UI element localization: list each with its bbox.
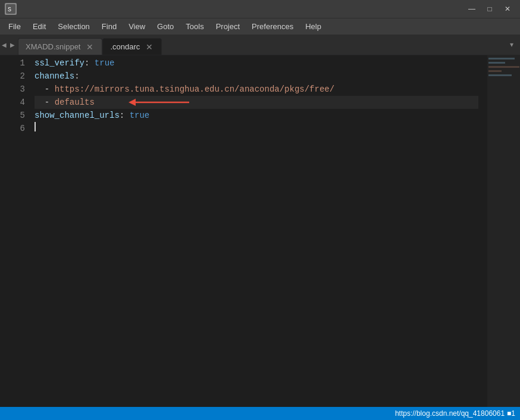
gutter-dot-5 (0, 108, 4, 121)
code-line-5: show_channel_urls: true (35, 109, 478, 122)
editor-container[interactable]: 1 2 3 4 5 6 ssl_verify: true channels: -… (5, 55, 520, 407)
menu-tools[interactable]: Tools (180, 20, 209, 33)
menu-selection[interactable]: Selection (52, 20, 95, 33)
code-key-5: show_channel_urls (35, 109, 120, 122)
minimap (487, 55, 520, 407)
code-line-4: - defaults (35, 96, 478, 109)
code-key-1: ssl_verify (35, 57, 84, 70)
tab-next-button[interactable]: ▶ (8, 36, 17, 53)
code-line-3: - https://mirrors.tuna.tsinghua.edu.cn/a… (35, 83, 478, 96)
tab-overflow-button[interactable]: ▾ (503, 36, 520, 53)
line-num-1: 1 (5, 57, 25, 70)
minimap-area (478, 55, 520, 407)
code-editor[interactable]: ssl_verify: true channels: - https://mir… (30, 55, 478, 407)
tab-condarc-label: .condarc (110, 42, 140, 51)
code-line-6 (35, 122, 478, 131)
arrow-annotation (124, 95, 195, 110)
menu-view[interactable]: View (123, 20, 151, 33)
line-numbers: 1 2 3 4 5 6 (5, 55, 30, 407)
window-controls: — □ ✕ (464, 4, 515, 14)
menu-find[interactable]: Find (96, 20, 123, 33)
line-num-3: 3 (5, 83, 25, 96)
menu-file[interactable]: File (2, 20, 27, 33)
tab-prev-button[interactable]: ◀ (0, 36, 8, 53)
tab-xmadd-close[interactable]: ✕ (85, 42, 95, 52)
maximize-button[interactable]: □ (482, 4, 497, 14)
menu-help[interactable]: Help (299, 20, 327, 33)
tab-xmadd-label: XMADD.snippet (26, 42, 80, 51)
close-button[interactable]: ✕ (500, 4, 515, 14)
menu-bar: File Edit Selection Find View Goto Tools… (0, 18, 520, 35)
line-num-5: 5 (5, 109, 25, 122)
tab-xmadd[interactable]: XMADD.snippet ✕ (18, 38, 102, 55)
line-num-6: 6 (5, 122, 25, 135)
gutter-dot-6 (0, 121, 4, 134)
menu-preferences[interactable]: Preferences (246, 20, 299, 33)
status-bar: https://blog.csdn.net/qq_41806061 ■1 (0, 407, 520, 420)
tab-condarc[interactable]: .condarc ✕ (102, 38, 162, 55)
tab-condarc-close[interactable]: ✕ (145, 42, 154, 52)
line-num-2: 2 (5, 70, 25, 83)
text-cursor (35, 122, 36, 131)
editor-area: 1 2 3 4 5 6 ssl_verify: true channels: -… (0, 55, 520, 407)
title-bar-left: S (5, 3, 17, 15)
svg-marker-3 (129, 99, 136, 106)
gutter-indicators (0, 55, 5, 407)
minimize-button[interactable]: — (464, 4, 480, 14)
gutter-dot-1 (0, 55, 4, 68)
tab-bar: ◀ ▶ XMADD.snippet ✕ .condarc ✕ ▾ (0, 35, 520, 55)
code-line-1: ssl_verify: true (35, 57, 478, 70)
status-url: https://blog.csdn.net/qq_41806061 (395, 409, 505, 418)
line-num-4: 4 (5, 96, 25, 109)
gutter-dot-3 (0, 82, 4, 95)
title-bar: S — □ ✕ (0, 0, 520, 18)
svg-text:S: S (8, 7, 11, 13)
code-key-2: channels (35, 70, 74, 83)
gutter-dot-2 (0, 68, 4, 82)
code-line-2: channels: (35, 70, 478, 83)
menu-edit[interactable]: Edit (27, 20, 52, 33)
menu-goto[interactable]: Goto (151, 20, 180, 33)
gutter-dot-4 (0, 95, 4, 108)
app-icon: S (5, 3, 17, 15)
menu-project[interactable]: Project (210, 20, 246, 33)
status-extra: ■1 (507, 409, 515, 418)
